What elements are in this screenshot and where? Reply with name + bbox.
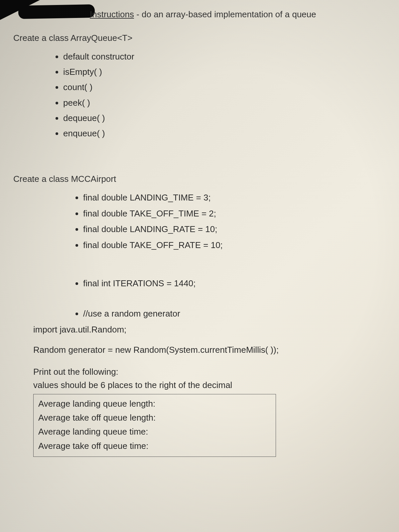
list-item: final double LANDING_TIME = 3;	[83, 190, 386, 205]
output-line: Average take off queue length:	[38, 411, 271, 424]
document-page: Instructions - do an array-based impleme…	[0, 0, 399, 470]
page-title: Instructions - do an array-based impleme…	[90, 9, 386, 20]
list-item: default constructor	[63, 49, 386, 64]
print-intro: Print out the following: values should b…	[33, 365, 386, 392]
print-intro-line2: values should be 6 places to the right o…	[33, 378, 386, 392]
list-item: //use a random generator	[83, 306, 386, 322]
title-label: Instructions	[90, 9, 134, 19]
import-statement: import java.util.Random;	[33, 325, 386, 335]
redaction-mark	[18, 4, 95, 19]
random-comment-list: //use a random generator	[83, 306, 386, 322]
list-item: dequeue( )	[63, 111, 386, 125]
method-list: default constructor isEmpty( ) count( ) …	[63, 49, 386, 141]
list-item: isEmpty( )	[63, 65, 386, 79]
list-item: peek( )	[63, 95, 386, 110]
section-heading-mccairport: Create a class MCCAirport	[13, 174, 386, 184]
list-item: final double LANDING_RATE = 10;	[83, 222, 386, 237]
list-item: final double TAKE_OFF_RATE = 10;	[83, 238, 386, 253]
output-line: Average take off queue time:	[38, 439, 271, 453]
generator-statement: Random generator = new Random(System.cur…	[33, 345, 386, 355]
title-description: - do an array-based implementation of a …	[134, 9, 316, 19]
output-line: Average landing queue length:	[38, 397, 271, 410]
list-item: final double TAKE_OFF_TIME = 2;	[83, 206, 386, 221]
section-heading-arrayqueue: Create a class ArrayQueue<T>	[13, 33, 386, 43]
list-item: enqueue( )	[63, 126, 386, 141]
list-item: count( )	[63, 80, 386, 94]
print-intro-line1: Print out the following:	[33, 365, 386, 378]
output-box: Average landing queue length: Average ta…	[33, 394, 276, 457]
output-line: Average landing queue time:	[38, 425, 271, 438]
constants-list: final double LANDING_TIME = 3; final dou…	[83, 190, 386, 253]
iterations-list: final int ITERATIONS = 1440;	[83, 276, 386, 291]
list-item: final int ITERATIONS = 1440;	[83, 276, 386, 291]
